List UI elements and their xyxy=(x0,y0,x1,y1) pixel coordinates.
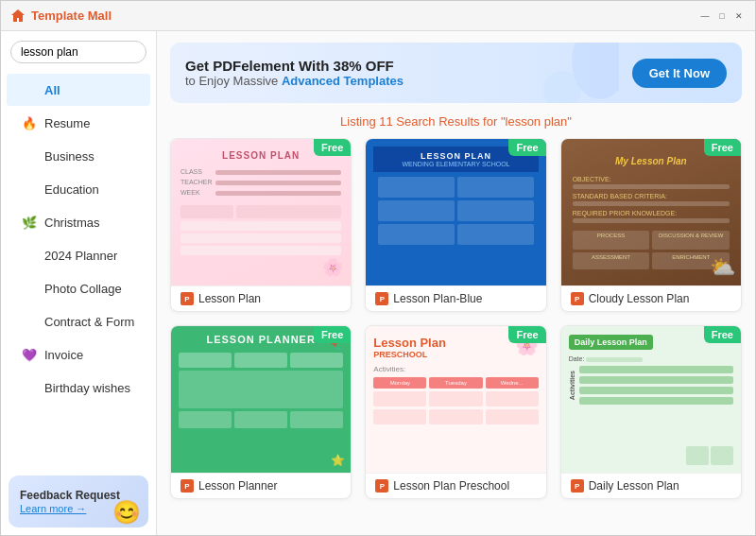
card-footer-1: P Lesson Plan xyxy=(171,285,351,311)
sidebar-label-birthday: Birthday wishes xyxy=(44,381,130,395)
pdfelement-icon-5: P xyxy=(375,479,388,493)
card-footer-2: P Lesson Plan-Blue xyxy=(366,285,545,311)
card-footer-5: P Lesson Plan Preschool xyxy=(366,473,545,498)
app-body: 🔍 All 🔥 Resume Business xyxy=(1,31,755,535)
pdfelement-icon-4: P xyxy=(180,479,194,493)
sidebar-nav: All 🔥 Resume Business Education xyxy=(1,73,156,468)
sidebar-item-invoice[interactable]: 💜 Invoice xyxy=(7,338,150,371)
all-icon xyxy=(22,82,37,97)
card-name-2: Lesson Plan-Blue xyxy=(393,292,482,305)
sidebar-label-invoice: Invoice xyxy=(44,348,83,362)
card-thumb-6: Daily Lesson Plan Date: Activities xyxy=(561,326,741,473)
sidebar-item-education[interactable]: Education xyxy=(7,173,150,205)
sidebar-item-birthday[interactable]: Birthday wishes xyxy=(7,372,150,404)
free-badge-5: Free xyxy=(508,326,545,343)
results-count: 11 xyxy=(379,114,392,129)
main-content: Get PDFelement With 38% OFF to Enjoy Mas… xyxy=(157,31,755,535)
feedback-emoji: 😊 xyxy=(112,499,141,526)
results-title: Listing 11 Search Results for "lesson pl… xyxy=(157,114,755,129)
sidebar-label-resume: Resume xyxy=(44,116,90,130)
banner-text: Get PDFelement With 38% OFF to Enjoy Mas… xyxy=(185,58,404,88)
app-window: Template Mall — □ ✕ 🔍 All xyxy=(0,0,756,536)
sidebar-item-christmas[interactable]: 🌿 Christmas xyxy=(7,206,150,238)
card-lesson-plan[interactable]: LESSON PLAN CLASS TEACHER WEEK xyxy=(170,138,352,312)
card-thumb-1: LESSON PLAN CLASS TEACHER WEEK xyxy=(171,139,351,285)
home-icon xyxy=(10,9,26,24)
sidebar-item-contract[interactable]: Contract & Form xyxy=(7,305,150,337)
photo-icon xyxy=(22,281,37,296)
free-badge-2: Free xyxy=(508,139,545,156)
card-footer-4: P Lesson Planner xyxy=(171,473,351,498)
card-name-6: Daily Lesson Plan xyxy=(589,479,679,493)
results-label-prefix: Listing xyxy=(340,114,379,129)
titlebar: Template Mall — □ ✕ xyxy=(1,1,755,31)
maximize-button[interactable]: □ xyxy=(715,9,729,23)
banner-line2: to Enjoy Massive Advanced Templates xyxy=(185,74,404,88)
search-input[interactable] xyxy=(21,45,157,59)
results-close-quote: " xyxy=(567,114,572,129)
pdfelement-icon-1: P xyxy=(180,292,194,305)
pdfelement-icon-3: P xyxy=(571,292,584,305)
contract-icon xyxy=(22,314,37,329)
card-name-5: Lesson Plan Preschool xyxy=(393,479,509,493)
search-wrap: 🔍 xyxy=(10,41,146,63)
pdfelement-icon-6: P xyxy=(571,479,584,493)
card-name-1: Lesson Plan xyxy=(198,292,261,305)
sidebar: 🔍 All 🔥 Resume Business xyxy=(1,31,157,535)
sidebar-label-planner: 2024 Planner xyxy=(44,249,117,263)
sidebar-label-photo-collage: Photo Collage xyxy=(44,282,122,296)
free-badge-6: Free xyxy=(704,326,741,343)
sidebar-label-contract: Contract & Form xyxy=(44,315,134,329)
free-badge-3: Free xyxy=(704,139,741,156)
card-footer-6: P Daily Lesson Plan xyxy=(561,473,741,498)
feedback-link[interactable]: Learn more → xyxy=(20,503,86,514)
pdfelement-icon-2: P xyxy=(375,292,388,305)
card-footer-3: P Cloudy Lesson Plan xyxy=(561,285,741,311)
sidebar-label-business: Business xyxy=(44,149,94,164)
card-lesson-planner[interactable]: LESSON PLANNER xyxy=(170,325,352,499)
card-lesson-plan-blue[interactable]: LESSON PLAN WENDING ELEMENTARY SCHOOL xyxy=(365,138,546,312)
sidebar-label-christmas: Christmas xyxy=(44,216,100,230)
planner-icon xyxy=(22,248,37,263)
titlebar-left: Template Mall xyxy=(10,9,112,24)
invoice-icon: 💜 xyxy=(22,347,37,362)
free-badge-4: Free xyxy=(314,326,351,343)
card-lesson-plan-preschool[interactable]: Lesson Plan PRESCHOOL Activities: Monday… xyxy=(365,325,546,499)
card-thumb-5: Lesson Plan PRESCHOOL Activities: Monday… xyxy=(366,326,545,473)
education-icon xyxy=(22,182,37,197)
cards-grid: LESSON PLAN CLASS TEACHER WEEK xyxy=(170,138,742,499)
free-badge-1: Free xyxy=(314,139,351,156)
feedback-text: Feedback Request Learn more → xyxy=(20,489,120,515)
flame-icon: 🔥 xyxy=(22,115,37,130)
card-thumb-4: LESSON PLANNER xyxy=(171,326,351,473)
card-name-3: Cloudy Lesson Plan xyxy=(589,292,690,305)
sidebar-label-education: Education xyxy=(44,182,99,197)
cards-grid-area: LESSON PLAN CLASS TEACHER WEEK xyxy=(157,138,755,535)
sidebar-item-business[interactable]: Business xyxy=(7,140,150,172)
sidebar-item-photo-collage[interactable]: Photo Collage xyxy=(7,272,150,304)
card-cloudy-lesson-plan[interactable]: My Lesson Plan OBJECTIVE: STANDARD BASED… xyxy=(560,138,742,312)
close-button[interactable]: ✕ xyxy=(732,9,746,23)
birthday-icon xyxy=(22,380,37,395)
banner-line2-prefix: to Enjoy Massive xyxy=(185,74,282,88)
minimize-button[interactable]: — xyxy=(698,9,712,23)
get-it-now-button[interactable]: Get It Now xyxy=(632,59,727,88)
card-thumb-3: My Lesson Plan OBJECTIVE: STANDARD BASED… xyxy=(561,139,741,285)
card-thumb-2: LESSON PLAN WENDING ELEMENTARY SCHOOL xyxy=(366,139,545,285)
feedback-title: Feedback Request xyxy=(20,489,120,502)
sidebar-item-resume[interactable]: 🔥 Resume xyxy=(7,107,150,139)
card-name-4: Lesson Planner xyxy=(198,479,277,493)
feedback-box: Feedback Request Learn more → 😊 xyxy=(9,475,148,527)
sidebar-item-all[interactable]: All xyxy=(7,74,150,106)
results-query: lesson plan xyxy=(506,114,568,129)
promo-banner: Get PDFelement With 38% OFF to Enjoy Mas… xyxy=(170,43,742,103)
titlebar-controls: — □ ✕ xyxy=(698,9,746,23)
search-box: 🔍 xyxy=(1,31,156,73)
banner-line1: Get PDFelement With 38% OFF xyxy=(185,58,404,74)
card-daily-lesson-plan[interactable]: Daily Lesson Plan Date: Activities xyxy=(560,325,742,499)
christmas-icon: 🌿 xyxy=(22,215,37,230)
app-title: Template Mall xyxy=(31,9,112,23)
sidebar-item-planner[interactable]: 2024 Planner xyxy=(7,239,150,271)
results-label-middle: Search Results for " xyxy=(393,114,506,129)
sidebar-label-all: All xyxy=(44,83,60,97)
